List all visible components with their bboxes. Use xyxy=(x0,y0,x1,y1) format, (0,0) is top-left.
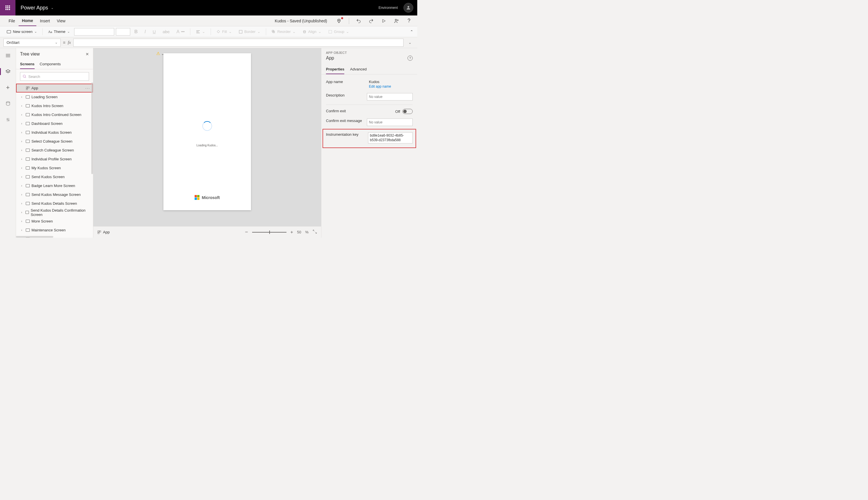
data-icon[interactable] xyxy=(3,99,13,108)
text-align-button[interactable]: ⌄ xyxy=(193,28,208,35)
advanced-tools-icon[interactable] xyxy=(3,115,13,124)
preview-button[interactable] xyxy=(380,18,387,24)
zoom-out-button[interactable]: − xyxy=(245,229,248,235)
redo-button[interactable] xyxy=(368,18,374,24)
chevron-right-icon[interactable]: › xyxy=(21,175,24,179)
share-button[interactable] xyxy=(393,18,399,24)
props-tab-properties[interactable]: Properties xyxy=(326,65,344,74)
props-tab-advanced[interactable]: Advanced xyxy=(350,65,367,74)
tree-item-screen[interactable]: ›Send Kudos Message Screen xyxy=(16,190,93,199)
tab-screens[interactable]: Screens xyxy=(20,59,35,69)
zoom-in-button[interactable]: + xyxy=(291,230,293,235)
tree-item-screen[interactable]: ›Send Kudos Details Screen xyxy=(16,199,93,208)
collapse-ribbon-button[interactable]: ⌃ xyxy=(410,30,413,34)
formula-input[interactable] xyxy=(73,39,403,47)
breadcrumb[interactable]: App xyxy=(97,230,109,234)
tab-components[interactable]: Components xyxy=(40,59,61,69)
strike-button[interactable]: abc xyxy=(160,28,172,35)
app-launcher[interactable] xyxy=(0,0,15,15)
border-button[interactable]: Border⌄ xyxy=(236,28,263,35)
align-button[interactable]: Align⌄ xyxy=(300,28,324,35)
chevron-right-icon[interactable]: › xyxy=(21,228,24,232)
tree-item-screen[interactable]: ›Search Colleague Screen xyxy=(16,146,93,155)
tree-item-screen[interactable]: ›Maintenance Screen xyxy=(16,226,93,235)
chevron-right-icon[interactable]: › xyxy=(21,220,24,223)
new-screen-button[interactable]: New screen ⌄ xyxy=(4,28,39,35)
microsoft-logo-text: Microsoft xyxy=(202,195,220,200)
insert-icon[interactable]: + xyxy=(3,83,13,92)
confirm-exit-toggle[interactable] xyxy=(402,109,413,114)
user-avatar[interactable] xyxy=(403,3,413,13)
font-select[interactable] xyxy=(74,28,114,35)
chevron-right-icon[interactable]: › xyxy=(21,113,24,116)
tree-view-icon[interactable] xyxy=(3,67,13,76)
tree-item-screen[interactable]: ›Select Colleague Screen xyxy=(16,137,93,146)
help-icon[interactable]: ? xyxy=(408,56,413,61)
font-size-select[interactable] xyxy=(116,28,130,35)
app-checker-icon[interactable] xyxy=(336,18,342,24)
help-button[interactable]: ? xyxy=(406,18,412,24)
italic-button[interactable]: I xyxy=(142,28,148,36)
chevron-right-icon[interactable]: › xyxy=(21,131,24,134)
tree-item-screen[interactable]: ›Loading Screen xyxy=(16,92,93,101)
tree-item-screen[interactable]: ›Kudos Intro Screen xyxy=(16,101,93,110)
prop-description-input[interactable] xyxy=(367,93,413,101)
tree-item-screen[interactable]: ›Dashboard Screen xyxy=(16,119,93,128)
chevron-right-icon[interactable]: › xyxy=(21,166,24,170)
product-title-text: Power Apps xyxy=(21,5,48,11)
tree-item-screen[interactable]: ›Kudos Intro Continued Screen xyxy=(16,110,93,119)
props-section-label: APP OBJECT xyxy=(326,51,413,54)
font-color-button[interactable]: A xyxy=(174,28,187,36)
chevron-right-icon[interactable]: › xyxy=(21,158,24,161)
chevron-right-icon[interactable]: › xyxy=(21,95,24,99)
property-selector[interactable]: OnStart ⌄ xyxy=(3,39,61,47)
expand-formula-button[interactable]: ⌄ xyxy=(406,39,414,47)
chevron-right-icon[interactable]: › xyxy=(21,184,24,187)
group-button[interactable]: Group⌄ xyxy=(326,28,352,35)
chevron-right-icon[interactable]: › xyxy=(21,211,24,214)
prop-confirm-exit-msg-input[interactable] xyxy=(367,118,413,126)
canvas-warning[interactable]: ⚠ ⌄ xyxy=(156,51,164,56)
tree-item-screen[interactable]: ›Individual Profile Screen xyxy=(16,155,93,163)
undo-button[interactable] xyxy=(355,18,362,24)
fill-button[interactable]: Fill⌄ xyxy=(214,28,234,35)
prop-instr-key-input[interactable]: bd8e1ea6-9032-4b85-b539-d2373fbda588 xyxy=(368,132,413,144)
reorder-button[interactable]: Reorder⌄ xyxy=(269,28,298,35)
tree-item-screen[interactable]: ›My Kudos Screen xyxy=(16,163,93,172)
chevron-right-icon[interactable]: › xyxy=(21,140,24,143)
environment-label[interactable]: Environment xyxy=(379,6,403,10)
tree-item-screen[interactable]: ›Badge Learn More Screen xyxy=(16,181,93,190)
tree-scrollbar-horizontal[interactable] xyxy=(16,236,53,238)
menu-file[interactable]: File xyxy=(5,15,19,26)
property-name: OnStart xyxy=(7,41,20,45)
tree-item-screen[interactable]: ›Individual Kudos Screen xyxy=(16,128,93,137)
tree-scrollbar[interactable] xyxy=(91,82,93,174)
menu-view[interactable]: View xyxy=(53,15,69,26)
zoom-slider[interactable] xyxy=(252,232,286,232)
tree-item-label: My Kudos Screen xyxy=(32,166,61,170)
tree-search-input[interactable]: Search xyxy=(20,72,89,81)
fit-screen-button[interactable] xyxy=(313,229,317,235)
tree-item-screen[interactable]: ›Send Kudos Details Confirmation Screen xyxy=(16,208,93,217)
chevron-right-icon[interactable]: › xyxy=(21,193,24,196)
new-screen-label: New screen xyxy=(13,30,33,34)
edit-app-name-link[interactable]: Edit app name xyxy=(369,84,413,89)
theme-button[interactable]: Aa Theme ⌄ xyxy=(46,28,72,35)
close-tree-button[interactable]: ✕ xyxy=(85,52,89,56)
underline-button[interactable]: U xyxy=(150,28,159,35)
product-title[interactable]: Power Apps ⌄ xyxy=(15,5,59,11)
screen-icon xyxy=(26,149,30,152)
hamburger-icon[interactable] xyxy=(3,51,13,60)
menu-home[interactable]: Home xyxy=(19,15,37,26)
chevron-right-icon[interactable]: › xyxy=(21,202,24,205)
tree-item-screen[interactable]: ›More Screen xyxy=(16,217,93,226)
menu-insert[interactable]: Insert xyxy=(36,15,53,26)
chevron-right-icon[interactable]: › xyxy=(21,149,24,152)
chevron-right-icon[interactable]: › xyxy=(21,122,24,125)
bold-button[interactable]: B xyxy=(132,28,141,36)
tree-item-screen[interactable]: ›Send Kudos Screen xyxy=(16,172,93,181)
chevron-right-icon[interactable]: › xyxy=(21,104,24,107)
tree-item-app[interactable]: App ··· xyxy=(16,84,93,92)
more-icon[interactable]: ··· xyxy=(85,86,90,90)
app-canvas[interactable]: Loading Kudos... Microsoft xyxy=(163,53,251,210)
